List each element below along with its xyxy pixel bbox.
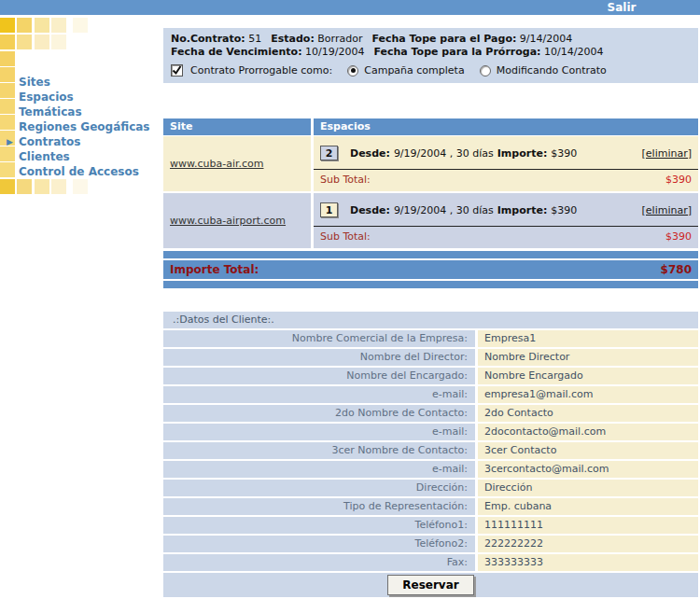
decor-square (51, 18, 66, 33)
prorrogable-row: Contrato Prorrogable como: Campaña compl… (171, 64, 691, 77)
band-spacer (163, 251, 698, 258)
app-window: Salir SitesEspaciosTemáticasRegiones Geo… (0, 0, 700, 599)
eliminar-link[interactable]: [eliminar] (642, 204, 692, 216)
prorrogable-label: Contrato Prorrogable como: (190, 64, 332, 77)
decor-square (35, 18, 49, 33)
decor-square (0, 99, 15, 114)
importe-total-row: Importe Total: $780 (163, 260, 698, 279)
importe-value: $390 (551, 147, 577, 160)
sidebar-item-clientes[interactable]: Clientes (19, 149, 159, 164)
decor-square (17, 35, 32, 49)
client-field-label: Nombre Comercial de la Empresa: (163, 330, 475, 347)
site-cell: www.cuba-airport.com (163, 193, 311, 248)
contract-field-value: Borrador (315, 33, 363, 45)
contract-field-label: Fecha de Vencimiento: (171, 46, 302, 58)
sidebar-item-label: Clientes (19, 150, 70, 163)
contract-info-line-1: No.Contrato: 51Estado: BorradorFecha Top… (171, 33, 691, 45)
prorrogable-checkbox[interactable] (171, 64, 183, 77)
sidebar-item-contratos[interactable]: ▶Contratos (19, 134, 159, 149)
sidebar-item-regiones-geogaficas[interactable]: Regiones Geogáficas (19, 119, 159, 134)
sidebar-item-label: Control de Accesos (19, 165, 139, 178)
contract-field-value: 10/19/2004 (302, 46, 365, 58)
site-column-header: Site (163, 118, 311, 135)
contract-field: Estado: Borrador (271, 33, 362, 45)
topbar: Salir (0, 0, 700, 15)
client-field-label: 3cer Nombre de Contacto: (163, 442, 475, 459)
client-row: Tipo de Representación:Emp. cubana (163, 498, 698, 515)
decor-square (17, 179, 32, 194)
radio-modificando-contrato-label: Modificando Contrato (497, 64, 607, 77)
sidebar-item-label: Espacios (19, 91, 74, 104)
contract-field: Fecha Tope para el Pago: 9/14/2004 (371, 33, 572, 45)
decor-square (35, 179, 49, 194)
sidebar-item-control-de-accesos[interactable]: Control de Accesos (19, 164, 159, 179)
desde-label: Desde: (350, 147, 390, 160)
subtotal-value: $390 (665, 230, 692, 243)
contract-info-line-2: Fecha de Vencimiento: 10/19/2004Fecha To… (171, 46, 691, 58)
desde-label: Desde: (350, 204, 390, 216)
sites-table-header: Site Espacios (163, 118, 698, 135)
client-field-value: 222222222 (478, 536, 698, 552)
espacios-cell: 2Desde:9/19/2004 , 30 díasImporte:$390[e… (314, 136, 698, 191)
client-field-label: Teléfono1: (163, 517, 475, 534)
client-field-value: Nombre Director (478, 349, 698, 366)
site-table-row: www.cuba-airport.com1Desde:9/19/2004 , 3… (163, 193, 698, 248)
espacio-entry: 1Desde:9/19/2004 , 30 díasImporte:$390[e… (320, 197, 692, 223)
decor-square (0, 83, 15, 98)
site-link[interactable]: www.cuba-air.com (170, 158, 264, 170)
decor-square (0, 115, 15, 130)
contract-field-value: 9/14/2004 (516, 33, 572, 45)
total-band: Importe Total: $780 (163, 251, 698, 288)
client-rows: Nombre Comercial de la Empresa:Empresa1N… (163, 330, 698, 571)
decor-square (51, 179, 66, 194)
importe-total-label: Importe Total: (170, 263, 259, 276)
client-field-value: 2do Contacto (478, 405, 698, 422)
client-data-section: .:Datos del Cliente:. Nombre Comercial d… (163, 312, 698, 597)
subtotal-label: Sub Total: (320, 230, 371, 243)
client-field-label: e-mail: (163, 386, 475, 403)
contract-field: Fecha de Vencimiento: 10/19/2004 (171, 46, 364, 58)
sidebar-item-espacios[interactable]: Espacios (19, 90, 159, 104)
client-row: e-mail:2docontacto@mail.com (163, 424, 698, 440)
client-field-value: Dirección (478, 480, 698, 496)
decor-square (17, 18, 32, 33)
sidebar-item-tematicas[interactable]: Temáticas (19, 104, 159, 119)
client-field-value: 3cercontacto@mail.com (478, 461, 698, 478)
client-field-value: Emp. cubana (478, 498, 698, 515)
client-field-label: Teléfono2: (163, 536, 475, 552)
contract-info-box: No.Contrato: 51Estado: BorradorFecha Top… (163, 28, 698, 83)
client-field-value: 111111111 (478, 517, 698, 534)
espacio-number-badge[interactable]: 1 (320, 202, 338, 217)
contract-field-value: 10/14/2004 (540, 46, 603, 58)
reserve-button-row: Reservar (163, 573, 698, 597)
decor-square (73, 18, 88, 33)
logout-link[interactable]: Salir (594, 1, 650, 14)
sidebar-item-sites[interactable]: Sites (19, 75, 159, 90)
decor-square (0, 179, 15, 194)
subtotal-value: $390 (665, 174, 692, 186)
eliminar-link[interactable]: [eliminar] (642, 147, 692, 160)
desde-value: 9/19/2004 , 30 días (394, 147, 494, 160)
sidebar-item-label: Contratos (19, 135, 80, 148)
sidebar-item-label: Regiones Geogáficas (19, 120, 150, 133)
espacio-number-badge[interactable]: 2 (320, 146, 338, 160)
reservar-button[interactable]: Reservar (387, 575, 473, 595)
client-row: Dirección:Dirección (163, 480, 698, 496)
active-item-arrow-icon: ▶ (7, 134, 13, 149)
client-field-label: Nombre del Director: (163, 349, 475, 366)
band-divider (163, 279, 698, 281)
contract-field: Fecha Tope para la Prórroga: 10/14/2004 (373, 46, 603, 58)
client-field-value: Empresa1 (478, 330, 698, 347)
site-link[interactable]: www.cuba-airport.com (170, 215, 286, 227)
importe-value: $390 (551, 204, 577, 216)
importe-total-value: $780 (661, 263, 692, 276)
importe-label: Importe: (497, 204, 548, 216)
decor-square (0, 51, 15, 66)
client-field-value: Nombre Encargado (478, 368, 698, 384)
client-field-label: Tipo de Representación: (163, 498, 475, 515)
main-content: No.Contrato: 51Estado: BorradorFecha Top… (163, 28, 698, 597)
radio-campana-completa[interactable] (347, 65, 358, 77)
radio-modificando-contrato[interactable] (480, 65, 491, 77)
sidebar-item-label: Sites (19, 76, 50, 89)
contract-field-label: Estado: (271, 33, 315, 45)
